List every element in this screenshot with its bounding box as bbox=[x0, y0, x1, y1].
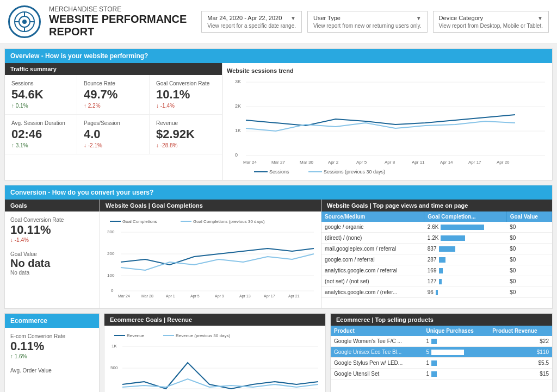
header-title: MERCHANDISE STORE WEBSITE PERFORMANCE RE… bbox=[49, 5, 201, 38]
purchases-value: 1 bbox=[426, 338, 430, 344]
traffic-cell: Revenue $2.92K ↓ -28.8% bbox=[150, 115, 222, 154]
ecom-left-panel: Ecommerce E-com Converion Rate 0.11% ↑ 1… bbox=[4, 313, 100, 392]
source-medium: google.com / referral bbox=[321, 254, 424, 265]
goal-value-cell: $0 bbox=[506, 287, 552, 298]
svg-text:Goal Completions: Goal Completions bbox=[122, 219, 157, 224]
metric-change: ↓ -2.1% bbox=[84, 142, 143, 148]
goal-completions-cell: 169 bbox=[424, 265, 506, 276]
completions-value: 169 bbox=[428, 267, 437, 273]
product-name: Google Unisex Eco Tee Bl... bbox=[331, 347, 423, 358]
product-col-revenue: Product Revenue bbox=[489, 326, 552, 336]
avg-order-metric: Avg. Order Value bbox=[10, 368, 94, 374]
table-row: (direct) / (none) 1.2K $0 bbox=[321, 233, 552, 244]
conversion-content: Goals Goal Conversion Rate 10.11% ↓ -1.4… bbox=[5, 200, 552, 308]
svg-text:Apr 21: Apr 21 bbox=[288, 294, 300, 298]
ecom-goals-header: Ecommerce Goals | Revenue bbox=[104, 314, 325, 326]
header-filters: Mar 24, 2020 - Apr 22, 2020 ▼ View repor… bbox=[201, 11, 549, 33]
goal-value-cell: $0 bbox=[506, 265, 552, 276]
goals-table: Source/Medium Goal Completion... Goal Va… bbox=[321, 211, 552, 298]
completions-value: 2.6K bbox=[428, 224, 439, 230]
table-row: analytics.google.com / referral 169 $0 bbox=[321, 265, 552, 276]
goal-conversion-change: ↓ -1.4% bbox=[10, 237, 94, 243]
metric-value: 10.1% bbox=[156, 88, 215, 102]
goal-value-cell: $0 bbox=[506, 276, 552, 287]
svg-text:Sessions (previous 30 days): Sessions (previous 30 days) bbox=[324, 169, 385, 175]
svg-text:Apr 5: Apr 5 bbox=[190, 294, 200, 298]
completions-bar bbox=[436, 290, 438, 295]
completions-bar bbox=[439, 279, 442, 284]
date-range-filter[interactable]: Mar 24, 2020 - Apr 22, 2020 ▼ View repor… bbox=[201, 11, 302, 33]
svg-text:Apr 14: Apr 14 bbox=[440, 160, 453, 165]
store-name: MERCHANDISE STORE bbox=[49, 5, 201, 13]
overview-section: Overview - How is your website performin… bbox=[4, 48, 553, 181]
list-item: Google Utensil Set 1 $15 bbox=[331, 369, 552, 379]
user-type-arrow: ▼ bbox=[416, 15, 422, 21]
device-category-filter[interactable]: Device Category ▼ View report from Deskt… bbox=[433, 11, 549, 33]
metric-label: Sessions bbox=[11, 80, 70, 86]
website-goals-header: Website Goals | Top page views and time … bbox=[321, 200, 552, 211]
product-revenue: $5.5 bbox=[489, 358, 552, 369]
user-type-filter[interactable]: User Type ▼ View report from new or retu… bbox=[307, 11, 428, 33]
svg-text:Goal Completions (previous 30 : Goal Completions (previous 30 days) bbox=[193, 219, 265, 224]
purchases-bar bbox=[431, 350, 464, 355]
metric-change: ↓ -28.8% bbox=[156, 142, 215, 148]
completions-bar bbox=[439, 246, 455, 252]
traffic-cell: Sessions 54.6K ↑ 0.1% bbox=[5, 75, 77, 115]
overview-content: Traffic summary Sessions 54.6K ↑ 0.1% Bo… bbox=[5, 63, 552, 180]
completions-bar bbox=[439, 268, 443, 273]
sessions-trend-title: Website sessions trend bbox=[227, 67, 548, 74]
svg-text:Revenue (previous 30 days): Revenue (previous 30 days) bbox=[176, 333, 230, 338]
source-medium: google / organic bbox=[321, 222, 424, 233]
product-col-name: Product bbox=[331, 326, 423, 336]
traffic-cell: Pages/Session 4.0 ↓ -2.1% bbox=[77, 115, 150, 154]
metric-label: Goal Conversion Rate bbox=[156, 80, 215, 86]
goal-value-sub: No data bbox=[10, 270, 94, 276]
purchases-value: 1 bbox=[426, 360, 430, 366]
svg-text:100: 100 bbox=[107, 273, 115, 278]
ecom-rate-change: ↑ 1.6% bbox=[10, 353, 94, 359]
ecom-rate-label: E-com Converion Rate bbox=[10, 333, 94, 339]
metric-value: $2.92K bbox=[156, 127, 215, 141]
purchases-cell: 1 bbox=[423, 369, 490, 379]
svg-text:Apr 5: Apr 5 bbox=[356, 160, 367, 165]
metric-label: Avg. Session Duration bbox=[11, 120, 70, 126]
source-medium: analytics.google.com / (refer... bbox=[321, 287, 424, 298]
top-products-header: Ecommerce | Top selling products bbox=[331, 314, 552, 326]
svg-text:Apr 2: Apr 2 bbox=[328, 160, 339, 165]
source-medium: (direct) / (none) bbox=[321, 233, 424, 244]
goal-completions-panel: Website Goals | Goal Completions Goal Co… bbox=[100, 200, 321, 308]
product-revenue: $110 bbox=[489, 347, 552, 358]
ecom-header: Ecommerce bbox=[5, 314, 99, 328]
page-header: MERCHANDISE STORE WEBSITE PERFORMANCE RE… bbox=[0, 0, 557, 44]
svg-text:Mar 24: Mar 24 bbox=[118, 294, 130, 298]
completions-value: 837 bbox=[428, 246, 437, 252]
metric-change: ↑ 0.1% bbox=[11, 103, 70, 109]
product-name: Google Women's Tee F/C ... bbox=[331, 336, 423, 347]
metric-label: Pages/Session bbox=[84, 120, 143, 126]
metric-value: 54.6K bbox=[11, 88, 70, 102]
svg-text:Apr 11: Apr 11 bbox=[412, 160, 425, 165]
completions-value: 1.2K bbox=[428, 235, 439, 241]
traffic-summary-header: Traffic summary bbox=[5, 63, 222, 75]
completions-bar bbox=[441, 225, 484, 230]
goal-completions-cell: 2.6K bbox=[424, 222, 506, 233]
svg-text:Mar 28: Mar 28 bbox=[141, 294, 153, 298]
goals-col-value: Goal Value bbox=[506, 211, 552, 222]
metric-label: Bounce Rate bbox=[84, 80, 143, 86]
ecom-chart-area: Revenue Revenue (previous 30 days) 1K 50… bbox=[104, 326, 325, 392]
goal-value-cell: $0 bbox=[506, 254, 552, 265]
traffic-summary: Traffic summary Sessions 54.6K ↑ 0.1% Bo… bbox=[5, 63, 222, 180]
goal-completions-chart: Goal Completions Goal Completions (previ… bbox=[104, 216, 317, 303]
goal-conversion-value: 10.11% bbox=[10, 223, 94, 237]
goal-completions-chart-area: Goal Completions Goal Completions (previ… bbox=[100, 211, 321, 308]
product-col-purchases: Unique Purchases bbox=[423, 326, 490, 336]
overview-header: Overview - How is your website performin… bbox=[5, 49, 552, 63]
metric-value: 4.0 bbox=[84, 127, 143, 141]
svg-text:200: 200 bbox=[107, 251, 115, 256]
svg-point-6 bbox=[22, 20, 27, 24]
goal-completions-cell: 287 bbox=[424, 254, 506, 265]
completions-bar bbox=[439, 257, 445, 263]
completions-value: 96 bbox=[428, 289, 434, 295]
traffic-grid: Sessions 54.6K ↑ 0.1% Bounce Rate 49.7% … bbox=[5, 75, 222, 154]
ecom-metrics: E-com Converion Rate 0.11% ↑ 1.6% Avg. O… bbox=[5, 328, 99, 387]
